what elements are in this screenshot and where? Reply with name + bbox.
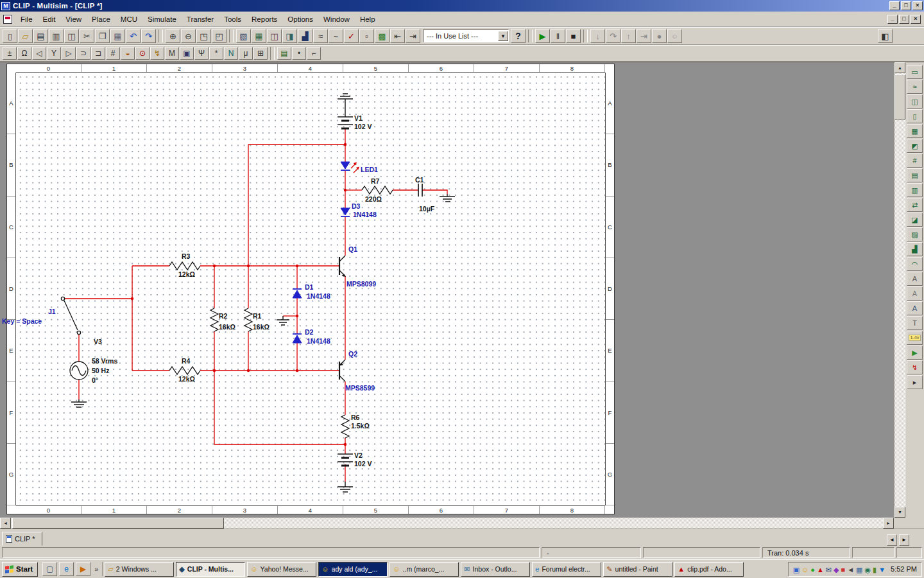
quick-launch-chevron-icon[interactable]: » xyxy=(93,565,99,573)
vertical-scroll-thumb[interactable] xyxy=(894,74,905,119)
step-into-button[interactable]: ↓ xyxy=(590,29,605,43)
word-generator-button[interactable]: ▤ xyxy=(907,168,923,182)
postprocessor-button[interactable]: ~ xyxy=(329,29,343,43)
label-c1-ref[interactable]: C1 xyxy=(415,176,424,184)
place-mcu-button[interactable]: μ xyxy=(239,47,253,60)
label-r2-value[interactable]: 16kΩ xyxy=(219,323,235,331)
task-windows-group[interactable]: ▱2 Windows ... xyxy=(105,562,174,577)
tray-alert-icon[interactable]: ■ xyxy=(841,563,846,575)
minimize-button[interactable]: _ xyxy=(889,1,900,10)
in-use-list-combobox[interactable]: --- In Use List --- ▼ xyxy=(423,30,509,42)
undo-button[interactable]: ↶ xyxy=(126,29,141,43)
agilent-oscilloscope-button[interactable]: A xyxy=(907,301,923,315)
place-power-button[interactable]: ↯ xyxy=(150,47,164,60)
label-r6-value[interactable]: 1.5kΩ xyxy=(351,422,370,430)
label-r4-value[interactable]: 12kΩ xyxy=(178,375,195,383)
zoom-in-button[interactable]: ⊕ xyxy=(166,29,180,43)
mdi-restore-button[interactable]: □ xyxy=(899,15,909,24)
place-bus-button[interactable]: ⌐ xyxy=(307,47,321,60)
more-instruments-button[interactable]: ▸ xyxy=(907,375,923,389)
tektronix-oscilloscope-button[interactable]: T xyxy=(907,316,923,330)
redo-button[interactable]: ↷ xyxy=(141,29,156,43)
design-toolbox-toggle-button[interactable]: ◧ xyxy=(878,29,893,43)
sheet-tab-clip[interactable]: CLIP * xyxy=(2,532,42,546)
menu-item[interactable]: Place xyxy=(87,13,116,25)
scroll-down-button[interactable]: ▼ xyxy=(894,507,905,518)
four-channel-oscilloscope-button[interactable]: ▦ xyxy=(907,124,923,138)
label-j1-key[interactable]: Key = Space xyxy=(2,317,42,325)
stop-button[interactable]: ■ xyxy=(566,29,581,43)
measurement-probe-button[interactable]: 1.4v xyxy=(907,331,923,345)
label-r7-ref[interactable]: R7 xyxy=(371,177,380,185)
resistor-r3[interactable] xyxy=(169,262,200,270)
back-annotate-button[interactable]: ⇤ xyxy=(390,29,405,43)
label-d1-value[interactable]: 1N4148 xyxy=(307,292,330,300)
led-led1[interactable] xyxy=(341,162,350,170)
analyses-button[interactable]: ≈ xyxy=(313,29,328,43)
zoom-area-button[interactable]: ◳ xyxy=(196,29,211,43)
multimeter-button[interactable]: ▭ xyxy=(907,65,923,79)
step-out-button[interactable]: ↑ xyxy=(621,29,636,43)
label-v1-ref[interactable]: V1 xyxy=(354,114,363,122)
label-q1-ref[interactable]: Q1 xyxy=(348,245,357,253)
help-button[interactable]: ? xyxy=(511,29,526,43)
logic-analyzer-button[interactable]: ▥ xyxy=(907,183,923,197)
diode-d1[interactable] xyxy=(293,289,302,298)
tray-vpn-icon[interactable]: ▼ xyxy=(878,563,886,575)
menu-item[interactable]: Edit xyxy=(38,13,61,25)
restore-button[interactable]: □ xyxy=(901,1,911,10)
tray-battery-icon[interactable]: ▮ xyxy=(873,563,877,575)
resistor-r2[interactable] xyxy=(210,308,218,331)
menu-item[interactable]: Transfer xyxy=(182,13,219,25)
copy-button[interactable]: ❐ xyxy=(95,29,110,43)
tray-antivirus-icon[interactable]: ● xyxy=(810,563,815,575)
menu-item[interactable]: Options xyxy=(282,13,318,25)
ql-show-desktop-icon[interactable]: ▢ xyxy=(42,562,57,576)
capacitor-c1[interactable] xyxy=(418,184,422,197)
label-v3-value[interactable]: 58 Vrms xyxy=(92,357,117,365)
ground-symbols[interactable] xyxy=(71,94,455,492)
run-to-cursor-button[interactable]: ⇥ xyxy=(637,29,651,43)
zoom-out-button[interactable]: ⊖ xyxy=(181,29,196,43)
database-manager-button[interactable]: ◫ xyxy=(267,29,282,43)
menu-item[interactable]: Help xyxy=(355,13,381,25)
mdi-close-button[interactable]: × xyxy=(911,15,921,24)
vertical-scrollbar[interactable]: ▲ ▼ xyxy=(894,62,905,518)
scroll-left-button[interactable]: ◄ xyxy=(0,518,11,529)
mdi-minimize-button[interactable]: _ xyxy=(887,15,898,24)
tab-scroll-right-button[interactable]: ► xyxy=(899,534,909,546)
scroll-up-button[interactable]: ▲ xyxy=(894,62,905,73)
label-d3-value[interactable]: 1N4148 xyxy=(353,211,377,218)
task-acrobat[interactable]: ▲clip.pdf - Ado... xyxy=(674,562,744,577)
label-v3-ref[interactable]: V3 xyxy=(94,338,102,346)
place-analog-button[interactable]: ▷ xyxy=(62,47,76,60)
component-wizard-button[interactable]: ◨ xyxy=(282,29,297,43)
schematic-sheet[interactable]: 012345678 012345678 ABCDEFG ABCDEFG xyxy=(6,64,615,514)
oscilloscope-button[interactable]: ▯ xyxy=(907,109,923,123)
design-toolbox-button[interactable]: ▧ xyxy=(236,29,251,43)
agilent-function-generator-button[interactable]: A xyxy=(907,272,923,286)
label-r7-value[interactable]: 220Ω xyxy=(365,195,382,203)
place-basic-button[interactable]: Ω xyxy=(17,47,31,60)
grapher-button[interactable]: ▟ xyxy=(298,29,312,43)
label-q2-value[interactable]: MPS8599 xyxy=(345,384,375,392)
switch-j1[interactable] xyxy=(61,297,80,334)
place-transistor-button[interactable]: Y xyxy=(47,47,61,60)
battery-v2[interactable] xyxy=(338,454,353,466)
label-d3-ref[interactable]: D3 xyxy=(352,202,361,210)
tray-app-icon[interactable]: ▣ xyxy=(793,563,800,575)
place-indicator-button[interactable]: ⊙ xyxy=(135,47,150,60)
label-led1-ref[interactable]: LED1 xyxy=(361,166,378,173)
place-source-button[interactable]: ± xyxy=(3,47,17,60)
frequency-counter-button[interactable]: # xyxy=(907,153,923,168)
task-yahoo-messenger[interactable]: ☺Yahoo! Messe... xyxy=(247,562,316,577)
function-generator-button[interactable]: ≈ xyxy=(907,80,923,94)
place-junction-button[interactable]: • xyxy=(292,47,306,60)
title-bar[interactable]: M CLIP - Multisim - [CLIP *] _ □ × xyxy=(0,0,924,12)
cut-button[interactable]: ✂ xyxy=(80,29,94,43)
task-outlook-inbox[interactable]: ✉Inbox - Outlo... xyxy=(461,562,530,577)
zoom-fit-button[interactable]: ◰ xyxy=(212,29,227,43)
labview-instruments-button[interactable]: ▶ xyxy=(907,346,923,360)
ac-source-v3[interactable] xyxy=(70,362,88,380)
label-c1-value[interactable]: 10µF xyxy=(419,205,435,213)
